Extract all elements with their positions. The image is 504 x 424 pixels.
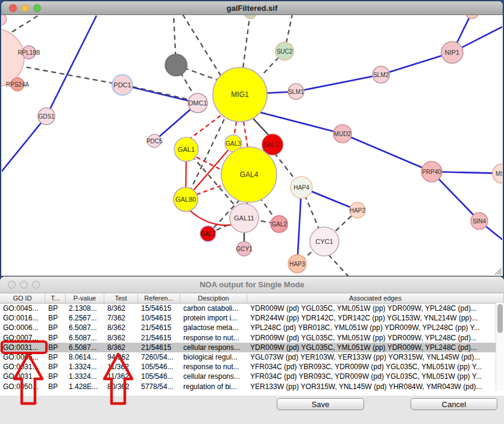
node-NIP1[interactable]: NIP1: [441, 42, 463, 63]
table-row[interactable]: GO:0031...BP1.3324...11/362105/546...res…: [0, 362, 504, 372]
node-gray-node[interactable]: [165, 54, 187, 76]
table-scrollbar[interactable]: [496, 303, 504, 391]
node-PRP40[interactable]: PRP40: [421, 161, 442, 182]
table-cell: BP: [45, 343, 66, 352]
zoom-button[interactable]: [33, 4, 41, 12]
node-corner-right[interactable]: [465, 15, 479, 19]
node-label: HAP2: [350, 207, 366, 214]
column-header-1[interactable]: T...: [45, 293, 66, 303]
node-label: DMC1: [188, 99, 207, 107]
table-row[interactable]: GO:0031...BP6.5087...8/36221/54615cellul…: [0, 343, 504, 352]
table-cell: YDR244W (pp) YDR142C, YDR142C (pp) YGL15…: [247, 314, 504, 322]
column-header-2[interactable]: P-value: [66, 293, 104, 303]
table-row[interactable]: GO:0016...BP6.2567...7/36210/54615protei…: [0, 313, 504, 323]
noa-window-titlebar[interactable]: NOA output for Single Mode: [0, 276, 504, 293]
column-header-4[interactable]: Referen...: [138, 293, 180, 303]
table-cell: YDR009W (pd) YGL035C, YML051W (pp) YDR00…: [247, 343, 504, 352]
node-label: HAP4: [294, 184, 310, 191]
table-cell: BP: [45, 363, 66, 371]
table-body: GO:0045...BP2.1308...8/36215/54615carbon…: [0, 304, 504, 396]
table-cell: galactose meta...: [180, 323, 247, 332]
table-cell: BP: [45, 314, 66, 322]
save-button[interactable]: Save: [277, 398, 364, 410]
table-cell: GO:0065...: [0, 353, 45, 361]
noa-zoom-button[interactable]: [32, 281, 40, 288]
node-label: GAL80: [175, 196, 196, 203]
node-HAP4[interactable]: HAP4: [291, 176, 312, 198]
table-cell: 8/362: [104, 323, 138, 332]
table-cell: GO:0016...: [0, 314, 45, 322]
node-label: CYC1: [315, 238, 333, 245]
noa-minimize-button[interactable]: [20, 281, 28, 288]
node-label: SIN4: [473, 218, 487, 225]
node-DMC1[interactable]: DMC1: [188, 93, 207, 113]
node-label: PDC1: [113, 81, 131, 89]
node-CYC1[interactable]: CYC1: [310, 227, 339, 256]
node-GCY1[interactable]: GCY1: [236, 242, 253, 256]
node-GAL7[interactable]: GAL7: [200, 226, 216, 242]
node-GAL4[interactable]: GAL4: [221, 147, 277, 202]
table-cell: YFR034C (pd) YBR093C, YDR009W (pd) YGL03…: [247, 363, 504, 371]
table-cell: YDR009W (pd) YGL035C, YML051W (pp) YDR00…: [247, 304, 504, 313]
column-header-0[interactable]: GO ID: [0, 293, 45, 303]
node-label: GAL1: [178, 146, 195, 153]
table-cell: GO:0050...: [0, 382, 45, 391]
node-SLM1[interactable]: SLM1: [288, 84, 304, 99]
network-window: galFiltered.sif RPL18BRPS24AGDS1PDC1DMC1…: [1, 1, 503, 276]
resize-grip-icon[interactable]: [493, 266, 502, 275]
table-cell: BP: [45, 353, 66, 361]
network-canvas[interactable]: RPL18BRPS24AGDS1PDC1DMC1MIG1SUC2SLM1SLM2…: [2, 15, 502, 276]
node-GAL1[interactable]: GAL1: [174, 137, 198, 161]
node-GAL80[interactable]: GAL80: [174, 187, 198, 211]
column-header-3[interactable]: Test: [104, 293, 138, 303]
node-GDS1[interactable]: GDS1: [38, 108, 55, 125]
minimize-button[interactable]: [21, 4, 29, 12]
node-green-top[interactable]: [244, 15, 256, 19]
table-cell: BP: [45, 334, 66, 342]
node-HAP3[interactable]: HAP3: [288, 255, 306, 273]
node-HAP2[interactable]: HAP2: [350, 202, 366, 218]
table-cell: 2.1308...: [66, 304, 104, 313]
cancel-button[interactable]: Cancel: [411, 398, 497, 410]
node-label: SUC2: [277, 48, 293, 55]
node-label: MUD2: [334, 131, 351, 137]
edge-dash: [12, 16, 38, 32]
table-cell: 94/362: [104, 353, 138, 361]
table-cell: 8/362: [104, 334, 138, 342]
node-MIG1[interactable]: MIG1: [213, 67, 267, 122]
node-GAL2[interactable]: GAL2: [271, 216, 288, 232]
node-SLM2[interactable]: SLM2: [373, 66, 389, 83]
table-cell: 7/362: [104, 314, 138, 322]
close-button[interactable]: [9, 4, 17, 12]
column-header-5[interactable]: Desciption: [180, 293, 247, 303]
column-header-6[interactable]: Associated edges: [247, 293, 504, 303]
node-corner-left[interactable]: [2, 15, 7, 25]
node-PDC1[interactable]: PDC1: [112, 75, 133, 95]
node-GAL11[interactable]: GAL11: [230, 204, 259, 232]
scrollbar-thumb[interactable]: [497, 304, 503, 333]
network-window-titlebar[interactable]: galFiltered.sif: [1, 1, 503, 15]
table-row[interactable]: GO:0045...BP2.1308...8/36215/54615carbon…: [0, 304, 504, 313]
table-cell: YDR009W (pd) YGL035C, YML051W (pp) YDR00…: [247, 334, 504, 342]
table-row[interactable]: GO:0007...BP6.5087...8/36221/54615respon…: [0, 333, 504, 343]
node-SIN4[interactable]: SIN4: [471, 213, 488, 229]
node-SUC2[interactable]: SUC2: [276, 42, 294, 60]
table-row[interactable]: GO:0050...BP1.428E...80/3625778/54...reg…: [0, 382, 504, 391]
table-cell: cellular respons...: [180, 372, 247, 381]
node-label: SLM1: [288, 89, 304, 95]
table-row[interactable]: GO:0031...BP1.3324...11/362105/546...cel…: [0, 372, 504, 381]
table-row[interactable]: GO:0065...BP8.0614...94/3627260/54...bio…: [0, 352, 504, 362]
table-row[interactable]: GO:0006...BP6.5087...8/36221/54615galact…: [0, 323, 504, 332]
table-cell: GO:0031...: [0, 363, 45, 371]
edge-dash: [243, 15, 250, 69]
table-cell: BP: [45, 382, 66, 391]
table-cell: 6.5087...: [66, 323, 104, 332]
node-MSN[interactable]: MSN: [493, 164, 502, 183]
edge-blue: [2, 116, 46, 173]
node-MUD2[interactable]: MUD2: [333, 125, 351, 143]
node-label: RPS24A: [6, 81, 30, 88]
edge-blue: [247, 109, 342, 134]
noa-window-title: NOA output for Single Mode: [0, 280, 504, 289]
table-cell: GO:0031...: [0, 343, 45, 352]
noa-close-button[interactable]: [8, 281, 16, 288]
